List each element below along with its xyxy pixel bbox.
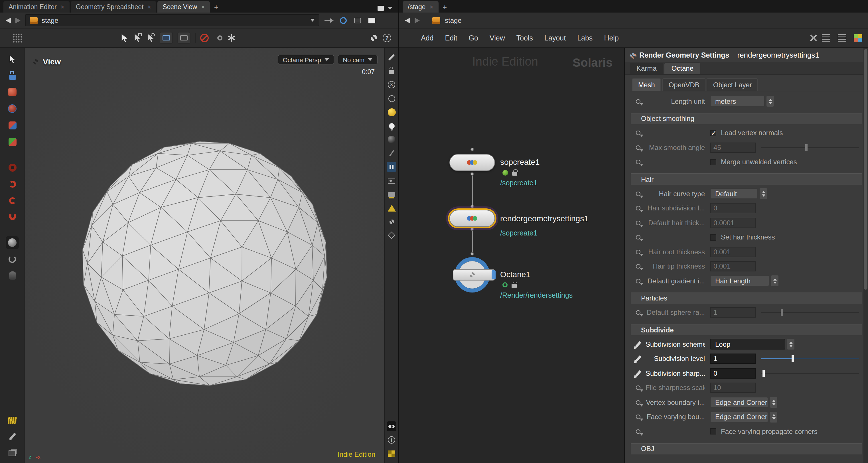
menu-help[interactable]: Help bbox=[598, 34, 624, 42]
pane-list-icon[interactable] bbox=[838, 34, 846, 42]
subtab-object-layer[interactable]: Object Layer bbox=[707, 78, 758, 91]
input-port[interactable] bbox=[470, 148, 474, 151]
parm-input-icon[interactable] bbox=[631, 400, 646, 405]
select-components-mode-icon[interactable] bbox=[177, 32, 190, 44]
node-wire[interactable] bbox=[472, 229, 473, 255]
pencil-icon[interactable] bbox=[631, 356, 646, 362]
pause-display-icon[interactable] bbox=[387, 162, 396, 172]
node-rendergeometrysettings1[interactable] bbox=[450, 210, 495, 227]
input-port[interactable] bbox=[470, 205, 474, 208]
parm-input-icon[interactable] bbox=[631, 310, 646, 315]
pencil-icon[interactable] bbox=[631, 341, 646, 348]
diamond-handle-icon[interactable] bbox=[387, 230, 396, 240]
length-unit-menu[interactable]: meters bbox=[710, 96, 765, 107]
output-port[interactable] bbox=[470, 227, 474, 231]
tab-stage[interactable]: /stage × bbox=[403, 1, 439, 12]
sphere-tool-icon[interactable] bbox=[7, 103, 18, 114]
menu-labs[interactable]: Labs bbox=[571, 34, 598, 42]
menu-spinner-icon[interactable] bbox=[767, 96, 774, 107]
no-selection-icon[interactable] bbox=[200, 34, 209, 42]
subdivision-sharpness-field[interactable]: 0 bbox=[710, 368, 756, 379]
transform-tool-icon[interactable] bbox=[7, 120, 18, 130]
node-path[interactable]: /Render/rendersettings bbox=[500, 291, 572, 299]
lighting-bulb-icon[interactable] bbox=[387, 121, 396, 130]
section-obj[interactable]: OBJ bbox=[631, 443, 862, 454]
network-editor[interactable]: Indie Edition Solaris sopcreate1 bbox=[399, 48, 625, 463]
parm-input-icon[interactable] bbox=[631, 206, 646, 211]
pin-pane-icon[interactable] bbox=[324, 16, 334, 25]
comb-tool-icon[interactable] bbox=[7, 414, 18, 425]
section-hair[interactable]: Hair bbox=[631, 173, 862, 185]
pane-table-icon[interactable] bbox=[822, 34, 830, 42]
torus-tool-icon[interactable] bbox=[7, 162, 18, 173]
parm-input-icon[interactable] bbox=[631, 386, 646, 390]
input-port[interactable] bbox=[470, 252, 474, 255]
parm-input-icon[interactable] bbox=[631, 192, 646, 196]
parm-input-icon[interactable] bbox=[631, 235, 646, 240]
section-object-smoothing[interactable]: Object smoothing bbox=[631, 113, 862, 124]
desktop-grid-icon[interactable] bbox=[854, 34, 862, 42]
default-gradient-menu[interactable]: Hair Length bbox=[710, 276, 769, 286]
chain-tool-icon[interactable] bbox=[7, 195, 18, 206]
node-name[interactable]: sopcreate1 bbox=[500, 157, 540, 166]
shaded-sphere-icon[interactable] bbox=[387, 134, 396, 144]
hair-tip-thickness-field[interactable]: 0.001 bbox=[710, 261, 756, 272]
tab-scene-view[interactable]: Scene View × bbox=[157, 1, 210, 12]
render-gallery-icon[interactable] bbox=[213, 32, 226, 44]
orient-tool-icon[interactable] bbox=[7, 237, 18, 248]
menu-spinner-icon[interactable] bbox=[787, 339, 795, 350]
parm-input-icon[interactable] bbox=[631, 145, 646, 150]
max-smooth-angle-slider[interactable] bbox=[762, 143, 859, 152]
back-button[interactable] bbox=[6, 18, 11, 23]
pencil-icon[interactable] bbox=[631, 370, 646, 377]
node-path[interactable]: /sopcreate1 bbox=[500, 179, 537, 187]
face-varying-boundary-menu[interactable]: Edge and Corner bbox=[710, 412, 768, 423]
max-smooth-angle-field[interactable]: 45 bbox=[710, 143, 756, 153]
display-flag-icon[interactable] bbox=[502, 282, 507, 287]
parm-input-icon[interactable] bbox=[631, 131, 646, 135]
camera-menu-button[interactable]: Octane Persp bbox=[277, 55, 334, 64]
select-state-icon[interactable] bbox=[7, 54, 18, 64]
view-pen-icon[interactable] bbox=[387, 53, 396, 62]
default-hair-thickness-field[interactable]: 0.0001 bbox=[710, 218, 756, 228]
node-name[interactable]: rendergeometrysettings1 bbox=[500, 214, 589, 223]
parm-input-icon[interactable] bbox=[631, 415, 646, 420]
subtab-mesh[interactable]: Mesh bbox=[632, 78, 661, 91]
cylinder-tool-icon[interactable] bbox=[7, 270, 18, 281]
white-frame-icon[interactable] bbox=[367, 16, 376, 25]
new-tab-button[interactable]: + bbox=[211, 1, 221, 12]
node-name[interactable]: Octane1 bbox=[500, 270, 530, 279]
layers-tool-icon[interactable] bbox=[7, 447, 18, 458]
forward-button[interactable] bbox=[16, 18, 21, 23]
warning-overlay-icon[interactable] bbox=[387, 203, 396, 213]
close-icon[interactable]: × bbox=[430, 3, 433, 10]
parm-input-icon[interactable] bbox=[631, 99, 646, 104]
node-name-field[interactable]: rendergeometrysettings1 bbox=[737, 51, 819, 59]
brush-tool-icon[interactable] bbox=[7, 431, 18, 442]
display-options-gear-icon[interactable] bbox=[387, 217, 396, 226]
tab-animation-editor[interactable]: Animation Editor × bbox=[3, 1, 69, 12]
scrollbar-thumb[interactable] bbox=[864, 49, 867, 290]
network-path-selector[interactable]: stage bbox=[25, 14, 319, 26]
lock-flag-icon[interactable] bbox=[512, 284, 517, 288]
menu-view[interactable]: View bbox=[484, 34, 511, 42]
link-sync-icon[interactable] bbox=[338, 16, 348, 25]
close-icon[interactable]: × bbox=[148, 3, 151, 10]
file-sharpness-scale-field[interactable]: 10 bbox=[710, 383, 756, 393]
select-tool-icon[interactable] bbox=[120, 33, 129, 43]
default-sphere-radius-slider[interactable] bbox=[762, 308, 859, 317]
snapshot-image-icon[interactable] bbox=[387, 176, 396, 185]
set-hair-thickness-checkbox[interactable] bbox=[710, 234, 716, 241]
flatten-roller-icon[interactable] bbox=[387, 189, 396, 199]
hook-tool-icon[interactable] bbox=[7, 179, 18, 189]
hair-curve-type-menu[interactable]: Default bbox=[710, 188, 758, 199]
rotate-tool-icon[interactable] bbox=[7, 254, 18, 265]
subdivision-level-field[interactable]: 1 bbox=[710, 354, 756, 364]
path-location[interactable]: stage bbox=[445, 16, 462, 24]
hydra-ball-icon[interactable] bbox=[387, 107, 396, 117]
menu-go[interactable]: Go bbox=[463, 34, 484, 42]
menu-spinner-icon[interactable] bbox=[760, 188, 767, 199]
display-flag-icon[interactable] bbox=[502, 169, 508, 175]
tab-geometry-spreadsheet[interactable]: Geometry Spreadsheet × bbox=[71, 1, 157, 12]
vertex-boundary-menu[interactable]: Edge and Corner bbox=[710, 397, 768, 408]
